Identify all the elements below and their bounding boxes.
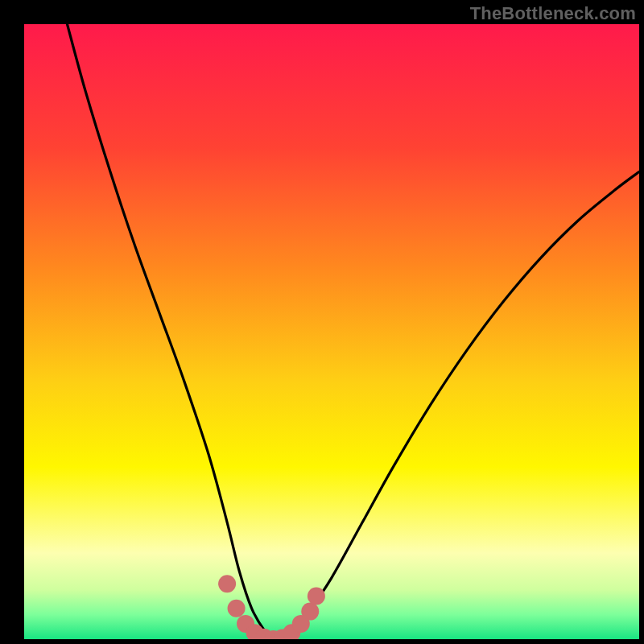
chart-stage: TheBottleneck.com xyxy=(0,0,644,644)
marker-dot xyxy=(301,603,319,621)
chart-svg xyxy=(0,0,644,644)
plot-background xyxy=(24,24,639,639)
watermark-text: TheBottleneck.com xyxy=(470,3,636,24)
marker-dot xyxy=(228,600,246,617)
marker-dot xyxy=(218,575,236,592)
marker-dot xyxy=(308,588,325,605)
